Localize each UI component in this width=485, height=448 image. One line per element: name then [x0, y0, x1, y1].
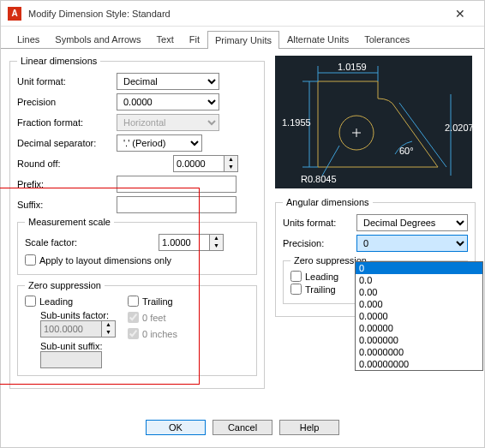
- app-icon: A: [8, 7, 21, 21]
- spinner-down-icon[interactable]: ▼: [210, 242, 223, 250]
- inches-label: 0 inches: [142, 329, 177, 339]
- angular-trailing-label: Trailing: [305, 284, 336, 295]
- help-button[interactable]: Help: [279, 420, 339, 435]
- subunit-factor-input: [40, 320, 102, 337]
- scale-factor-label: Scale factor:: [25, 237, 153, 248]
- tab-tolerances[interactable]: Tolerances: [356, 30, 417, 48]
- dimension-preview: 1.0159 1.1955 2.0207 60° R0.8045: [275, 56, 472, 188]
- round-off-spinner[interactable]: ▲▼: [173, 155, 242, 172]
- tab-text[interactable]: Text: [149, 30, 182, 48]
- angular-precision-select[interactable]: 0: [356, 235, 468, 252]
- tab-alternate-units[interactable]: Alternate Units: [279, 30, 356, 48]
- linear-legend: Linear dimensions: [17, 56, 100, 66]
- svg-line-14: [322, 146, 339, 176]
- svg-line-10: [399, 103, 446, 167]
- trailing-checkbox[interactable]: [128, 296, 139, 307]
- angular-units-select[interactable]: Decimal Degrees: [356, 214, 468, 231]
- suffix-input[interactable]: [117, 196, 237, 213]
- precision-label: Precision: [17, 97, 111, 107]
- trailing-label: Trailing: [142, 296, 173, 307]
- unit-format-label: Unit format:: [17, 76, 111, 87]
- measurement-legend: Measurement scale: [25, 217, 114, 227]
- ok-button[interactable]: OK: [146, 420, 206, 435]
- precision-option[interactable]: 0: [356, 262, 482, 274]
- angular-dimensions-group: Angular dimensions Units format: Decimal…: [275, 197, 476, 317]
- svg-text:2.0207: 2.0207: [445, 122, 472, 133]
- svg-text:1.0159: 1.0159: [338, 62, 367, 72]
- scale-factor-input[interactable]: [159, 234, 210, 251]
- svg-text:1.1955: 1.1955: [282, 117, 311, 128]
- precision-option[interactable]: 0.000: [356, 298, 482, 310]
- tab-strip: Lines Symbols and Arrows Text Fit Primar…: [1, 27, 484, 49]
- unit-format-select[interactable]: Decimal: [117, 73, 219, 90]
- fraction-format-label: Fraction format:: [17, 117, 111, 128]
- precision-select[interactable]: 0.0000: [117, 93, 219, 111]
- apply-layout-label: Apply to layout dimensions only: [39, 255, 171, 266]
- spinner-up-icon[interactable]: ▲: [210, 235, 223, 242]
- tab-symbols[interactable]: Symbols and Arrows: [47, 30, 148, 48]
- precision-option[interactable]: 0.0000: [356, 310, 482, 322]
- zero-legend: Zero suppression: [25, 280, 105, 290]
- inches-checkbox: [128, 328, 139, 339]
- zero-suppression-group: Zero suppression Leading Sub-units facto…: [17, 280, 257, 376]
- window-title: Modify Dimension Style: Standard: [28, 9, 443, 19]
- tab-lines[interactable]: Lines: [9, 30, 47, 48]
- precision-option[interactable]: 0.000000: [356, 334, 482, 346]
- angular-leading-checkbox[interactable]: [290, 271, 302, 282]
- leading-label: Leading: [39, 296, 73, 307]
- leading-checkbox[interactable]: [25, 296, 36, 307]
- precision-option[interactable]: 0.0000000: [356, 346, 482, 358]
- svg-text:60°: 60°: [399, 146, 414, 156]
- precision-dropdown-list[interactable]: 0 0.0 0.00 0.000 0.0000 0.00000 0.000000…: [355, 261, 483, 371]
- precision-option[interactable]: 0.0: [356, 274, 482, 286]
- angular-trailing-checkbox[interactable]: [290, 284, 302, 295]
- precision-option[interactable]: 0.00000: [356, 322, 482, 334]
- feet-label: 0 feet: [142, 313, 166, 323]
- angular-leading-label: Leading: [305, 272, 338, 282]
- measurement-scale-group: Measurement scale Scale factor: ▲▼ Apply…: [17, 217, 257, 275]
- spinner-down-icon[interactable]: ▼: [225, 164, 237, 171]
- decimal-separator-select[interactable]: '.' (Period): [117, 134, 202, 152]
- svg-text:R0.8045: R0.8045: [301, 174, 337, 184]
- round-off-input[interactable]: [173, 155, 225, 172]
- round-off-label: Round off:: [17, 158, 111, 169]
- feet-checkbox: [128, 312, 139, 323]
- spinner-up-icon[interactable]: ▲: [225, 156, 237, 164]
- tab-primary-units[interactable]: Primary Units: [207, 31, 279, 49]
- fraction-format-select: Horizontal: [117, 114, 219, 131]
- prefix-label: Prefix:: [17, 179, 111, 189]
- angular-precision-label: Precision:: [283, 238, 351, 248]
- precision-option[interactable]: 0.00000000: [356, 358, 482, 370]
- subunit-factor-label: Sub-units factor:: [40, 310, 119, 320]
- precision-option[interactable]: 0.00: [356, 286, 482, 298]
- decimal-separator-label: Decimal separator:: [17, 138, 111, 148]
- angular-units-label: Units format:: [283, 218, 351, 228]
- suffix-label: Suffix:: [17, 200, 111, 210]
- apply-layout-checkbox[interactable]: [25, 254, 36, 266]
- subunit-suffix-label: Sub-unit suffix:: [40, 341, 119, 351]
- scale-factor-spinner[interactable]: ▲▼: [159, 234, 227, 251]
- angular-legend: Angular dimensions: [283, 197, 373, 207]
- cancel-button[interactable]: Cancel: [213, 420, 272, 435]
- spinner-up-icon: ▲: [102, 321, 115, 329]
- spinner-down-icon: ▼: [102, 329, 115, 337]
- prefix-input[interactable]: [117, 176, 237, 193]
- subunit-factor-spinner: ▲▼: [40, 320, 119, 337]
- subunit-suffix-input: [40, 351, 102, 368]
- close-button[interactable]: ✕: [443, 1, 477, 27]
- linear-dimensions-group: Linear dimensions Unit format: Decimal P…: [9, 56, 265, 389]
- tab-fit[interactable]: Fit: [182, 30, 207, 48]
